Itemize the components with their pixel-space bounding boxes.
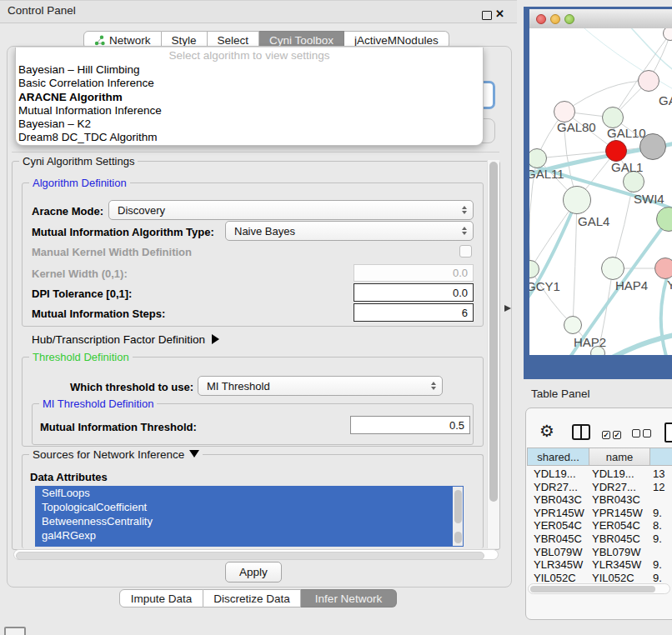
table-row[interactable]: YER054CYER054C8. [527,519,672,532]
table-rows: YDL19...YDL19...13 YDR27...YDR27...12 YB… [527,468,672,582]
expand-right-icon [212,334,219,344]
which-threshold-label: Which threshold to use: [70,381,193,393]
float-panel-icon[interactable] [482,11,492,20]
network-window: GAL GAL80 GAL10 GAL1 GAL11 SWI4 GAL4 GCY… [524,7,672,379]
node-label: Y [667,278,672,292]
table-row[interactable]: YDR27...YDR27...12 [527,481,672,494]
mi-steps-label: Mutual Information Steps: [32,308,165,320]
table-row[interactable]: YBR045CYBR045C9. [527,532,672,546]
tab-discretize-data[interactable]: Discretize Data [203,589,301,608]
zoom-traffic-light[interactable] [564,14,574,24]
mi-steps-input[interactable]: 6 [354,303,474,322]
close-panel-icon[interactable]: ✕ [495,8,504,20]
node-label: SWI4 [634,192,664,206]
table-horizontal-scrollbar[interactable] [528,583,670,594]
hub-definition-expander[interactable]: Hub/Transcription Factor Definition [32,333,219,346]
minimize-traffic-light[interactable] [550,14,560,24]
minimized-panel-chip[interactable] [4,627,26,635]
mouse-cursor [504,305,511,312]
table-row[interactable]: YBL079WYBL079W [527,546,672,559]
apply-button[interactable]: Apply [225,562,282,582]
section-divider [12,152,499,152]
dropdown-item-selected[interactable]: ARACNE Algorithm [16,91,483,104]
column-header-name[interactable]: name [589,448,650,466]
tab-impute-data[interactable]: Impute Data [119,589,203,608]
threshold-definition-title: Threshold Definition [29,351,133,363]
settings-vertical-scrollbar[interactable] [487,160,499,548]
node-label: GAL [659,93,672,108]
dropdown-placeholder: Select algorithm to view settings [16,48,483,63]
list-vertical-scrollbar[interactable] [453,487,463,546]
dropdown-item[interactable]: Basic Correlation Inference [16,77,483,90]
network-node-gal1[interactable] [605,140,627,162]
which-threshold-combobox[interactable]: MI Threshold [198,376,443,396]
table-panel-title: Table Panel [531,388,590,400]
mi-threshold-label: Mutual Information Threshold: [40,421,197,433]
expand-down-icon [189,450,199,458]
select-all-icon[interactable]: ✓✓ [602,428,624,440]
node-label: HAP4 [615,278,648,292]
list-item[interactable]: SelfLoops [35,486,464,500]
table-row[interactable]: YBR043CYBR043C [527,493,672,507]
settings-horizontal-scrollbar[interactable] [13,549,499,560]
network-tab-icon [94,35,105,46]
algorithm-definition-title: Algorithm Definition [29,177,130,189]
bottom-tabs: Impute Data Discretize Data Infer Networ… [119,589,397,608]
dpi-tolerance-label: DPI Tolerance [0,1]: [32,288,132,300]
algorithm-dropdown-popup: Select algorithm to view settings Bayesi… [15,48,484,146]
node-label: GAL1 [611,160,643,174]
column-header-cut[interactable] [649,448,672,466]
dpi-tolerance-input[interactable]: 0.0 [354,283,474,302]
table-row[interactable]: YLR345WYLR345W9. [527,558,672,572]
network-node-hap4[interactable] [601,257,624,280]
node-label: GAL11 [529,167,564,181]
node-label: GCY1 [529,279,560,293]
data-attributes-list: SelfLoops TopologicalCoefficient Between… [35,486,464,547]
table-row[interactable]: YDL19...YDL19...13 [527,468,672,481]
control-panel-titlebar [0,0,517,23]
kernel-width-input[interactable]: 0.0 [354,264,474,282]
combo-stepper-icon [431,382,436,390]
network-canvas[interactable]: GAL GAL80 GAL10 GAL1 GAL11 SWI4 GAL4 GCY… [529,28,672,355]
data-attributes-label: Data Attributes [30,471,108,483]
deselect-all-icon[interactable] [632,428,654,440]
tab-infer-network[interactable]: Infer Network [301,589,397,608]
mi-threshold-title: MI Threshold Definition [39,398,157,410]
mi-threshold-input[interactable]: 0.5 [350,416,470,434]
aracne-mode-label: Aracne Mode: [32,205,103,218]
dropdown-item[interactable]: Dream8 DC_TDC Algorithm [16,131,483,144]
dropdown-item[interactable]: Bayesian – K2 [16,118,483,131]
column-view-icon[interactable] [572,424,590,440]
column-header-shared[interactable]: shared... [527,448,589,466]
node-label: GAL80 [557,120,596,134]
control-panel-title: Control Panel [8,4,76,17]
node-label: GAL4 [578,214,609,228]
network-node-gal[interactable] [638,70,659,92]
list-item[interactable]: gal4RGexp [35,528,464,542]
manual-kernel-checkbox[interactable] [459,245,472,258]
combo-stepper-icon [462,206,467,214]
table-row[interactable]: YPR145WYPR145W9. [527,507,672,520]
cyni-algorithm-settings-title: Cyni Algorithm Settings [19,155,138,168]
dropdown-item[interactable]: Mutual Information Inference [16,104,483,118]
sources-title-expander[interactable]: Sources for Network Inference [29,448,203,461]
network-node-hap2[interactable] [564,316,582,334]
manual-kernel-label: Manual Kernel Width Definition [32,246,192,258]
table-row[interactable]: YIL052CYIL052C9. [527,572,672,582]
close-traffic-light[interactable] [536,14,546,24]
network-window-titlebar[interactable] [529,9,672,29]
dropdown-item[interactable]: Bayesian – Hill Climbing [16,63,483,77]
network-node-salmon[interactable] [654,258,672,279]
mi-type-combobox[interactable]: Naive Bayes [225,221,474,241]
aracne-mode-combobox[interactable]: Discovery [108,200,474,220]
list-item[interactable]: TopologicalCoefficient [35,500,464,514]
kernel-width-label: Kernel Width (0,1): [32,268,128,280]
list-item[interactable]: BetweennessCentrality [35,514,464,528]
node-label: HAP2 [574,335,606,349]
network-node-gal4[interactable] [563,186,591,214]
new-table-icon[interactable] [664,422,672,442]
node-label: GAL10 [607,126,646,140]
mi-type-label: Mutual Information Algorithm Type: [32,226,214,238]
combo-stepper-icon [462,227,467,235]
settings-gear-icon[interactable]: ⚙ [539,421,554,441]
